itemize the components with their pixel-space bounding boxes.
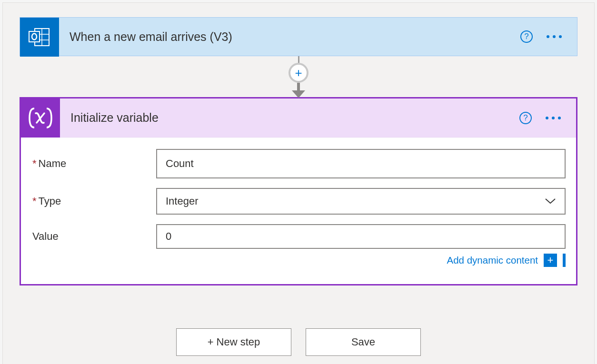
trigger-card[interactable]: When a new email arrives (V3) ? xyxy=(20,17,577,56)
insert-step-button[interactable]: + xyxy=(289,63,308,83)
more-menu-icon[interactable] xyxy=(547,35,562,38)
action-card: Initialize variable ? *Name xyxy=(20,97,577,285)
outlook-icon xyxy=(20,18,59,57)
tracker-icon xyxy=(563,254,566,267)
type-select[interactable]: Integer xyxy=(156,188,566,215)
connector: + xyxy=(20,56,577,97)
trigger-title: When a new email arrives (V3) xyxy=(59,18,520,56)
trigger-actions: ? xyxy=(520,18,577,56)
help-icon[interactable]: ? xyxy=(520,30,533,43)
action-actions: ? xyxy=(519,98,576,137)
plus-icon: + xyxy=(544,254,557,267)
add-dynamic-content-link[interactable]: Add dynamic content + xyxy=(31,252,566,278)
footer-buttons: + New step Save xyxy=(20,328,577,356)
help-icon[interactable]: ? xyxy=(519,111,532,125)
type-label: *Type xyxy=(31,195,156,207)
flow-designer-canvas: When a new email arrives (V3) ? + xyxy=(2,2,595,364)
name-label: *Name xyxy=(31,157,156,170)
action-header[interactable]: Initialize variable ? xyxy=(21,98,576,138)
save-button[interactable]: Save xyxy=(306,328,421,356)
variable-icon xyxy=(21,98,60,138)
chevron-down-icon xyxy=(545,198,556,205)
value-label: Value xyxy=(31,230,156,243)
more-menu-icon[interactable] xyxy=(546,117,561,119)
arrow-icon xyxy=(292,90,305,98)
value-input[interactable] xyxy=(156,224,566,249)
name-input[interactable] xyxy=(156,149,566,178)
action-title: Initialize variable xyxy=(60,98,519,137)
action-body: *Name *Type Integer Value Ad xyxy=(21,138,576,284)
new-step-button[interactable]: + New step xyxy=(176,328,291,356)
